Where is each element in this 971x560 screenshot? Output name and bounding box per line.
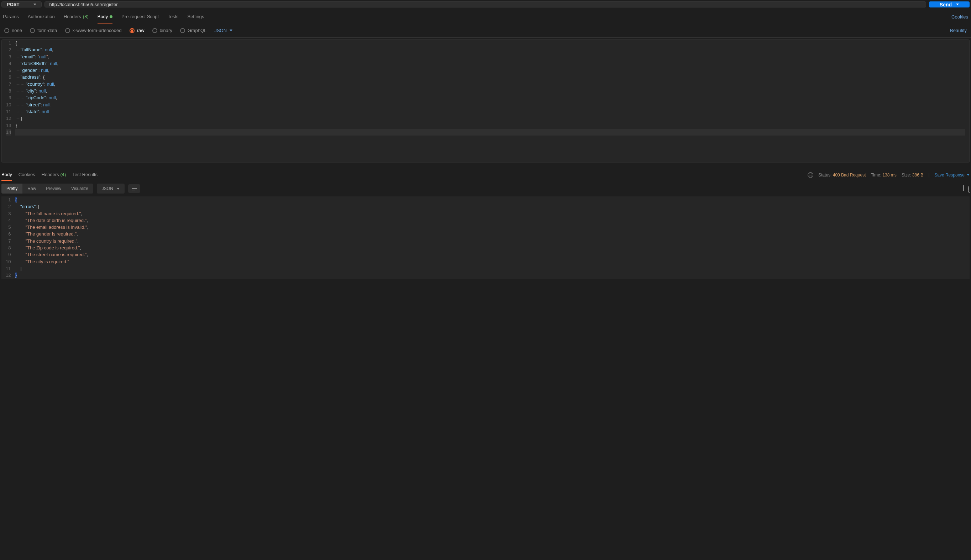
http-method-select[interactable]: POST xyxy=(2,2,42,7)
tab-body[interactable]: Body xyxy=(98,10,113,23)
copy-icon xyxy=(963,185,964,191)
status-code: 400 xyxy=(833,173,840,178)
send-button[interactable]: Send xyxy=(929,2,969,7)
tab-prerequest[interactable]: Pre-request Script xyxy=(122,10,159,23)
view-pretty[interactable]: Pretty xyxy=(2,183,22,193)
body-type-none[interactable]: none xyxy=(4,28,22,33)
response-tab-body[interactable]: Body xyxy=(2,169,12,181)
tab-tests[interactable]: Tests xyxy=(168,10,179,23)
tab-authorization[interactable]: Authorization xyxy=(28,10,55,23)
body-type-raw[interactable]: raw xyxy=(130,28,145,33)
body-type-graphql[interactable]: GraphQL xyxy=(180,28,207,33)
body-type-urlencoded[interactable]: x-www-form-urlencoded xyxy=(65,28,122,33)
chevron-down-icon xyxy=(967,174,969,176)
response-tab-cookies[interactable]: Cookies xyxy=(18,169,35,181)
cookies-link[interactable]: Cookies xyxy=(951,14,968,20)
response-lang-select[interactable]: JSON xyxy=(97,183,125,193)
chevron-down-icon xyxy=(117,188,120,190)
response-tab-headers[interactable]: Headers (4) xyxy=(42,169,66,181)
view-visualize[interactable]: Visualize xyxy=(66,183,93,193)
response-size: 386 B xyxy=(912,173,923,178)
view-preview[interactable]: Preview xyxy=(41,183,66,193)
modified-dot-icon xyxy=(110,15,112,18)
save-response-button[interactable]: Save Response xyxy=(934,173,969,178)
beautify-link[interactable]: Beautify xyxy=(950,28,967,33)
method-label: POST xyxy=(7,2,19,7)
body-type-formdata[interactable]: form-data xyxy=(30,28,57,33)
status-text: Bad Request xyxy=(841,173,866,178)
chevron-down-icon xyxy=(33,3,36,5)
wrap-icon xyxy=(132,187,137,191)
chevron-down-icon xyxy=(956,3,959,5)
search-icon xyxy=(968,186,969,192)
globe-icon[interactable] xyxy=(807,172,813,178)
tab-headers[interactable]: Headers (8) xyxy=(64,10,88,23)
view-raw[interactable]: Raw xyxy=(22,183,41,193)
request-body-editor[interactable]: 1234567891011121314 {····"fullName": nul… xyxy=(2,39,969,163)
tab-params[interactable]: Params xyxy=(3,10,19,23)
body-lang-select[interactable]: JSON xyxy=(214,28,232,33)
search-button[interactable] xyxy=(968,185,969,192)
wrap-lines-button[interactable] xyxy=(128,184,140,193)
copy-button[interactable] xyxy=(963,185,964,192)
tab-settings[interactable]: Settings xyxy=(187,10,204,23)
chevron-down-icon xyxy=(230,30,232,31)
response-body-viewer[interactable]: 123456789101112 { "errors": [ "The full … xyxy=(0,197,971,279)
response-tab-testresults[interactable]: Test Results xyxy=(72,169,98,181)
body-type-binary[interactable]: binary xyxy=(152,28,172,33)
url-input[interactable]: http://localhost:4656/user/register xyxy=(45,2,926,7)
response-time: 138 ms xyxy=(883,173,896,178)
